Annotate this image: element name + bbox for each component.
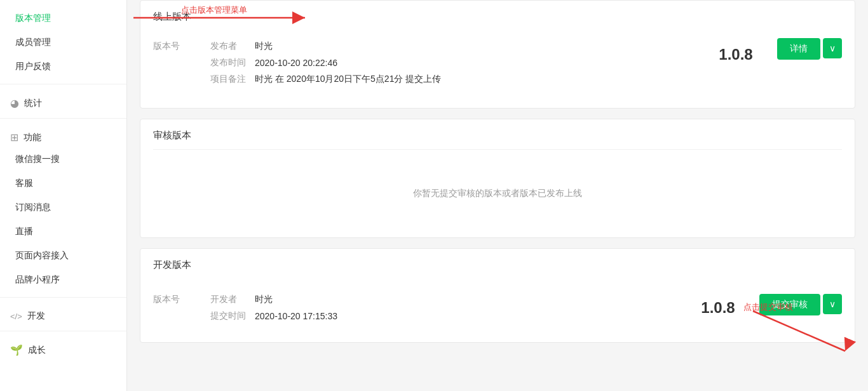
sidebar-divider-2 — [0, 118, 126, 119]
dev-version-label: 版本号 — [153, 294, 198, 305]
online-version-card: 线上版本 版本号 发布者 时光 — [140, 0, 855, 109]
dev-submit-time-value: 2020-10-20 17:15:33 — [255, 311, 337, 321]
review-version-header: 审核版本 — [140, 119, 855, 149]
publish-time-row: 发布时间 2020-10-20 20:22:46 — [210, 57, 714, 69]
dev-developer-row: 开发者 时光 — [210, 294, 696, 305]
sidebar-item-member-mgmt[interactable]: 成员管理 — [0, 30, 126, 55]
online-version-actions: 详情 ∨ — [777, 33, 842, 60]
note-label: 项目备注 — [210, 74, 255, 85]
review-empty-state: 你暂无提交审核的版本或者版本已发布上线 — [140, 150, 855, 237]
sidebar-item-page-content[interactable]: 页面内容接入 — [0, 244, 126, 268]
sidebar-divider-3 — [0, 297, 126, 298]
sidebar-item-version-mgmt[interactable]: 版本管理 — [0, 6, 126, 30]
dev-developer-value: 时光 — [255, 294, 273, 305]
stats-icon: ◕ — [10, 97, 19, 109]
sidebar-version-section: 版本管理 — [0, 6, 126, 30]
note-row: 项目备注 时光 在 2020年10月20日下午5点21分 提交上传 — [210, 74, 714, 85]
sidebar-section-growth: 🌱 成长 — [0, 336, 126, 360]
sidebar-item-user-feedback[interactable]: 用户反馈 — [0, 55, 126, 79]
page-wrapper: 版本管理 成员管理 用户反馈 ◕ 统计 ⊞ 功能 微信搜一搜 客服 订阅消息 直… — [0, 0, 868, 391]
sidebar-item-subscription[interactable]: 订阅消息 — [0, 196, 126, 220]
submit-review-button[interactable]: 提交审核 — [759, 294, 820, 315]
main-content: 线上版本 版本号 发布者 时光 — [127, 0, 868, 366]
features-icon: ⊞ — [10, 131, 18, 143]
publisher-row: 发布者 时光 — [210, 41, 714, 52]
sidebar-section-features: ⊞ 功能 — [0, 124, 126, 147]
note-value: 时光 在 2020年10月20日下午5点21分 提交上传 — [255, 74, 441, 85]
dev-version-label-row: 版本号 — [153, 294, 210, 305]
dev-developer-label: 开发者 — [210, 294, 255, 305]
sidebar-item-customer-service[interactable]: 客服 — [0, 171, 126, 196]
dev-submit-time-label: 提交时间 — [210, 310, 255, 322]
publish-time-value: 2020-10-20 20:22:46 — [255, 58, 337, 68]
dev-version-header: 开发版本 — [140, 249, 855, 279]
sidebar-item-live[interactable]: 直播 — [0, 220, 126, 244]
dev-version-actions: 提交审核 ∨ — [759, 289, 842, 315]
detail-button[interactable]: 详情 — [777, 38, 820, 60]
publisher-label: 发布者 — [210, 41, 255, 52]
sidebar-divider-1 — [0, 84, 126, 84]
sidebar-section-stats: ◕ 统计 — [0, 89, 126, 113]
sidebar-section-dev: </> 开发 — [0, 303, 126, 326]
publish-time-label: 发布时间 — [210, 57, 255, 69]
dev-version-card: 开发版本 版本号 开发者 时光 — [140, 248, 855, 343]
dev-submit-time-row: 提交时间 2020-10-20 17:15:33 — [210, 310, 696, 322]
dev-version-info: 版本号 开发者 时光 提交时间 2020-10-20 17: — [140, 279, 855, 342]
dev-icon: </> — [10, 312, 22, 321]
version-label-row: 版本号 — [153, 41, 210, 52]
version-number-label: 版本号 — [153, 41, 198, 52]
sidebar-item-mini-brand[interactable]: 品牌小程序 — [0, 268, 126, 292]
online-version-number: 1.0.8 — [714, 41, 777, 63]
online-dropdown-button[interactable]: ∨ — [823, 38, 842, 58]
dev-version-number: 1.0.8 — [696, 294, 759, 317]
review-version-card: 审核版本 你暂无提交审核的版本或者版本已发布上线 — [140, 119, 855, 238]
online-version-header: 线上版本 — [140, 1, 855, 23]
dev-dropdown-button[interactable]: ∨ — [823, 294, 842, 314]
sidebar: 版本管理 成员管理 用户反馈 ◕ 统计 ⊞ 功能 微信搜一搜 客服 订阅消息 直… — [0, 0, 127, 391]
online-version-info: 版本号 发布者 时光 发布时间 2020-10-20 20: — [140, 23, 855, 108]
sidebar-divider-4 — [0, 331, 126, 331]
sidebar-item-wechat-search[interactable]: 微信搜一搜 — [0, 147, 126, 171]
growth-icon: 🌱 — [10, 344, 23, 356]
publisher-value: 时光 — [255, 41, 273, 52]
